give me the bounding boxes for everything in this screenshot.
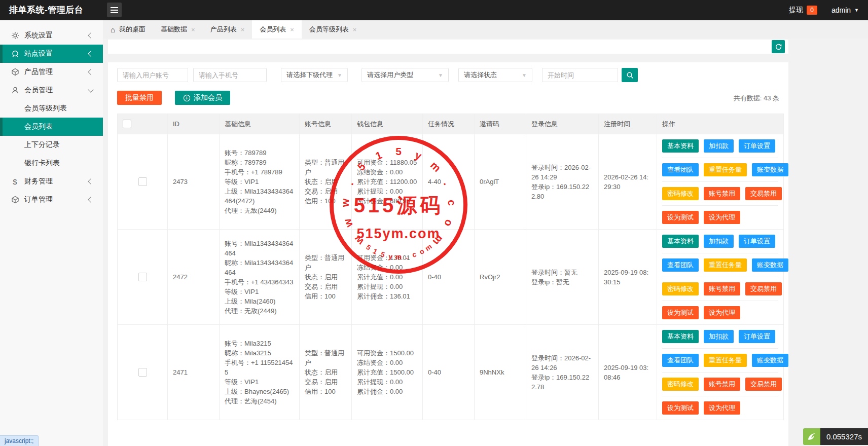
invite-code-cell: 0rAglT <box>475 134 526 230</box>
action-disable-trade-button[interactable]: 交易禁用 <box>745 282 782 295</box>
card-header-strip <box>108 40 788 54</box>
action-account-changes-button[interactable]: 账变数据 <box>752 354 788 367</box>
action-set-test-button[interactable]: 设为测试 <box>662 401 699 415</box>
batch-disable-button[interactable]: 批量禁用 <box>117 91 162 105</box>
user-type-select[interactable]: 请选择用户类型 ▼ <box>361 68 449 82</box>
row-checkbox[interactable] <box>138 368 147 377</box>
action-basic-profile-button[interactable]: 基本资料 <box>662 330 699 343</box>
dollar-icon: $ <box>11 177 19 186</box>
wallet-line: 累计佣金：0.00 <box>357 387 417 396</box>
action-reset-tasks-button[interactable]: 重置任务量 <box>704 258 747 272</box>
account-line: 交易：启用 <box>305 187 346 196</box>
action-disable-trade-button[interactable]: 交易禁用 <box>745 187 782 200</box>
sidebar-item-bank-cards[interactable]: 银行卡列表 <box>0 154 103 172</box>
sidebar-item-member-list[interactable]: 会员列表 <box>0 118 103 136</box>
sidebar-item-order-management[interactable]: 订单管理 <box>0 191 103 209</box>
close-icon[interactable]: × <box>353 26 357 33</box>
action-account-changes-button[interactable]: 账变数据 <box>752 163 788 176</box>
member-id: 2473 <box>168 134 220 230</box>
action-set-agent-button[interactable]: 设为代理 <box>704 306 740 319</box>
action-order-settings-button[interactable]: 订单设置 <box>739 235 775 248</box>
sidebar-item-site-settings[interactable]: 站点设置 <box>0 45 103 63</box>
action-disable-account-button[interactable]: 账号禁用 <box>704 378 740 391</box>
total-count: 共有数据: 43 条 <box>734 94 779 103</box>
refresh-button[interactable] <box>772 40 785 53</box>
action-view-team-button[interactable]: 查看团队 <box>662 258 699 272</box>
action-button-row: 基本资料 加扣款 订单设置 <box>662 325 778 348</box>
link-status-hint: javascript:; <box>0 435 39 446</box>
table-row: 2471 账号：Mila3215 昵称：Mila3215 手机号：+1 1155… <box>118 325 784 420</box>
tab-product-list[interactable]: 产品列表 × <box>203 20 252 39</box>
sidebar-item-score-records[interactable]: 上下分记录 <box>0 136 103 154</box>
add-member-button[interactable]: 添加会员 <box>175 91 230 105</box>
action-set-test-button[interactable]: 设为测试 <box>662 306 699 319</box>
sidebar-item-member-management[interactable]: 会员管理 <box>0 81 103 99</box>
action-disable-trade-button[interactable]: 交易禁用 <box>745 378 782 391</box>
action-view-team-button[interactable]: 查看团队 <box>662 354 699 367</box>
action-button-row: 密码修改 账号禁用 交易禁用 <box>662 277 778 301</box>
action-account-changes-button[interactable]: 账变数据 <box>752 258 788 272</box>
wallet-line: 可用资金：136.01 <box>357 253 417 263</box>
action-basic-profile-button[interactable]: 基本资料 <box>662 235 699 248</box>
account-input[interactable] <box>117 68 188 82</box>
sidebar-item-system-settings[interactable]: 系统设置 <box>0 26 103 45</box>
action-change-password-button[interactable]: 密码修改 <box>662 282 699 295</box>
sidebar-item-label: 会员管理 <box>24 86 53 95</box>
row-checkbox[interactable] <box>138 177 147 186</box>
account-line: 交易：启用 <box>305 377 346 387</box>
action-reset-tasks-button[interactable]: 重置任务量 <box>704 354 747 367</box>
sidebar-item-label: 站点设置 <box>24 49 53 58</box>
row-checkbox[interactable] <box>138 273 147 281</box>
topbar-right: 提现 0 admin ▼ <box>789 0 859 20</box>
withdraw-link[interactable]: 提现 0 <box>789 6 817 15</box>
menu-toggle-button[interactable] <box>107 3 122 17</box>
action-order-settings-button[interactable]: 订单设置 <box>739 139 775 153</box>
action-button-row: 查看团队 重置任务量 账变数据 <box>662 348 778 372</box>
sidebar-item-member-levels[interactable]: 会员等级列表 <box>0 99 103 118</box>
tab-desktop[interactable]: ⌂ 我的桌面 <box>103 20 153 39</box>
search-button[interactable] <box>622 68 638 82</box>
user-menu[interactable]: admin ▼ <box>831 6 859 14</box>
tab-member-levels[interactable]: 会员等级列表 × <box>302 20 365 39</box>
agent-select[interactable]: 请选择下级代理 ▼ <box>281 68 348 82</box>
basic-line: 手机号：+1 789789 <box>225 167 294 177</box>
action-disable-account-button[interactable]: 账号禁用 <box>704 187 740 200</box>
action-change-password-button[interactable]: 密码修改 <box>662 378 699 391</box>
action-add-deduct-button[interactable]: 加扣款 <box>704 330 734 343</box>
wallet-info-cell: 可用资金：11880.05 冻结资金：0.00 累计充值：11200.00 累计… <box>352 134 423 230</box>
select-all-checkbox[interactable] <box>123 120 131 128</box>
actions-cell: 基本资料 加扣款 订单设置 查看团队 重置任务量 账变数据 密码修改 账号禁用 … <box>657 325 784 420</box>
action-set-agent-button[interactable]: 设为代理 <box>704 211 740 224</box>
chevron-down-icon: ▼ <box>854 8 859 13</box>
column-header-login: 登录信息 <box>526 114 599 134</box>
tab-basic-data[interactable]: 基础数据 × <box>153 20 203 39</box>
action-reset-tasks-button[interactable]: 重置任务量 <box>704 163 747 176</box>
action-change-password-button[interactable]: 密码修改 <box>662 187 699 200</box>
account-line: 状态：启用 <box>305 367 346 377</box>
basic-line: 账号：789789 <box>225 148 294 158</box>
action-disable-account-button[interactable]: 账号禁用 <box>704 282 740 295</box>
action-set-agent-button[interactable]: 设为代理 <box>704 401 740 415</box>
sidebar-item-product-management[interactable]: 产品管理 <box>0 63 103 81</box>
action-add-deduct-button[interactable]: 加扣款 <box>704 139 734 153</box>
action-order-settings-button[interactable]: 订单设置 <box>739 330 775 343</box>
close-icon[interactable]: × <box>241 26 245 33</box>
sidebar-item-label: 产品管理 <box>24 67 53 77</box>
status-select[interactable]: 请选择状态 ▼ <box>458 68 532 82</box>
action-basic-profile-button[interactable]: 基本资料 <box>662 139 699 153</box>
action-view-team-button[interactable]: 查看团队 <box>662 163 699 176</box>
sidebar-item-finance-management[interactable]: $ 财务管理 <box>0 172 103 191</box>
close-icon[interactable]: × <box>191 26 195 33</box>
account-line: 信用：100 <box>305 196 346 206</box>
action-add-deduct-button[interactable]: 加扣款 <box>704 235 734 248</box>
tab-member-list[interactable]: 会员列表 × <box>252 20 302 39</box>
column-header-wallet: 钱包信息 <box>352 114 423 134</box>
start-time-input[interactable] <box>542 68 618 82</box>
phone-input[interactable] <box>193 68 267 82</box>
basic-line: 昵称：Mila1343434364464 <box>225 258 294 277</box>
action-set-test-button[interactable]: 设为测试 <box>662 211 699 224</box>
action-button-row: 查看团队 重置任务量 账变数据 <box>662 253 778 277</box>
close-icon[interactable]: × <box>290 26 294 33</box>
column-header-id: ID <box>168 114 220 134</box>
basic-line: 昵称：789789 <box>225 158 294 167</box>
